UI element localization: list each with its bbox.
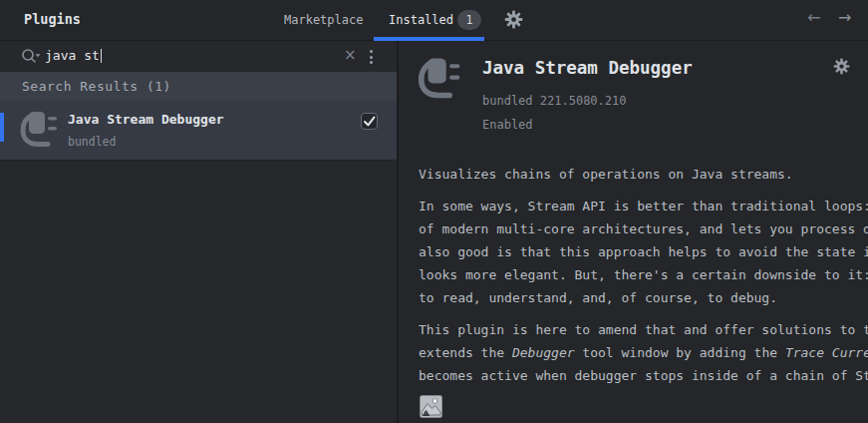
image-placeholder-icon xyxy=(420,395,442,422)
search-query-text: java st xyxy=(45,48,102,63)
plugin-enabled-checkbox[interactable] xyxy=(361,113,378,130)
description-line: In some ways, Stream API is better than … xyxy=(419,195,868,217)
tab-installed[interactable]: Installed xyxy=(389,13,453,27)
plugins-options-gear-icon[interactable] xyxy=(504,10,523,29)
plugins-settings-window: Plugins Marketplace Installed 1 ← → xyxy=(0,0,868,423)
description-line: looks more elegant. But, there's a certa… xyxy=(419,263,868,286)
description-line: also good is that this approach helps to… xyxy=(419,240,868,263)
plugin-icon-large xyxy=(416,52,465,110)
header-bar: Plugins Marketplace Installed 1 ← → xyxy=(0,0,868,41)
description-paragraph: This plugin is here to amend that and of… xyxy=(419,318,868,387)
back-arrow-button[interactable]: ← xyxy=(807,8,820,27)
search-results-header: Search Results (1) xyxy=(0,72,397,101)
plugin-description: Visualizes chains of operations on Java … xyxy=(419,163,868,396)
plugin-icon xyxy=(18,107,62,157)
plugin-list-item[interactable]: Java Stream Debugger bundled xyxy=(0,101,397,161)
plugin-version-text: bundled 221.5080.210 xyxy=(482,94,627,108)
search-value: java st xyxy=(45,48,100,63)
checkmark-icon xyxy=(362,114,377,129)
tab-marketplace[interactable]: Marketplace xyxy=(284,13,363,27)
plugin-details-panel: Java Stream Debugger bundled 221.5080.21… xyxy=(399,41,868,423)
plugin-title: Java Stream Debugger xyxy=(68,112,224,127)
description-paragraph: In some ways, Stream API is better than … xyxy=(419,195,868,309)
description-line: This plugin is here to amend that and of… xyxy=(419,318,868,341)
description-line: extends the Debugger tool window by addi… xyxy=(419,341,868,364)
search-results-label: Search Results (1) xyxy=(22,79,171,94)
dot xyxy=(370,61,373,64)
page-title: Plugins xyxy=(24,11,81,27)
text-caret xyxy=(101,49,103,63)
dot xyxy=(370,56,373,59)
plugin-subtitle: bundled xyxy=(68,135,116,149)
dot xyxy=(370,50,373,53)
search-options-icon[interactable] xyxy=(370,50,374,67)
search-icon[interactable] xyxy=(20,47,41,70)
clear-search-icon[interactable]: × xyxy=(344,46,357,64)
selection-accent-bar xyxy=(0,113,4,142)
description-line: of modern multi-core architectures, and … xyxy=(419,217,868,240)
description-line: becomes active when debugger stops insid… xyxy=(419,364,868,387)
search-input[interactable]: java st × xyxy=(0,41,397,72)
installed-count-badge: 1 xyxy=(457,10,481,30)
description-line: Visualizes chains of operations on Java … xyxy=(419,163,868,186)
forward-arrow-button[interactable]: → xyxy=(838,8,851,27)
plugin-list-panel: java st × Search Results (1) Java Stream… xyxy=(0,41,397,423)
description-paragraph: Visualizes chains of operations on Java … xyxy=(419,163,868,186)
description-line: to read, understand, and, of course, to … xyxy=(419,286,868,309)
plugin-settings-gear-icon[interactable] xyxy=(833,58,850,75)
plugin-status-text: Enabled xyxy=(482,118,533,132)
details-plugin-title: Java Stream Debugger xyxy=(482,58,693,78)
